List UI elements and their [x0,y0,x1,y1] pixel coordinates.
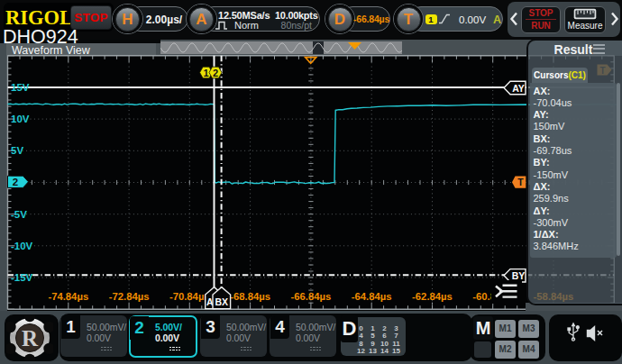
svg-text:-15V: -15V [11,272,33,283]
svg-text:-72.84µs: -72.84µs [109,291,150,302]
svg-text:R: R [22,326,39,350]
svg-text:T: T [517,177,524,187]
svg-text:-10V: -10V [11,241,33,251]
svg-text:15V: 15V [11,82,30,93]
svg-text:2: 2 [213,68,218,78]
svg-text:-64.84µs: -64.84µs [352,291,392,302]
svg-text:2: 2 [13,177,18,187]
svg-text:BY: BY [512,270,526,281]
svg-text:1: 1 [204,68,209,78]
svg-text:-66.84µs: -66.84µs [290,291,331,302]
svg-text:10V: 10V [11,114,30,124]
svg-text:5V: 5V [11,145,23,156]
svg-text:-68.84µs: -68.84µs [230,291,270,302]
svg-text:-62.84µs: -62.84µs [412,291,453,302]
svg-text:-74.84µs: -74.84µs [48,291,88,302]
svg-text:BX: BX [215,296,229,307]
svg-text:-5V: -5V [11,209,27,220]
svg-text:-70.84µs: -70.84µs [169,291,210,302]
svg-text:AY: AY [512,83,525,94]
